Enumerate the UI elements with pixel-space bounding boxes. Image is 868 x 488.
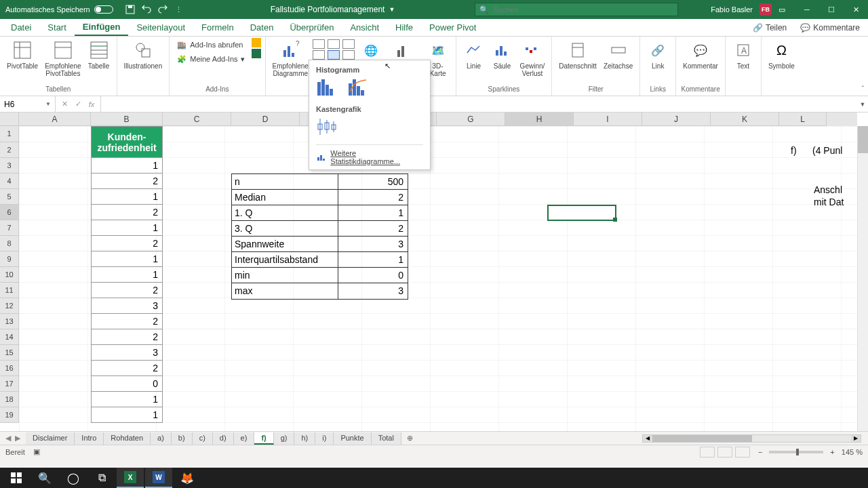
column-header-K[interactable]: K [711, 113, 779, 126]
cell-b8[interactable]: 2 [91, 236, 163, 251]
row-header-15[interactable]: 15 [0, 345, 19, 361]
undo-icon[interactable] [142, 5, 151, 14]
column-header-L[interactable]: L [779, 113, 827, 126]
cell-b11[interactable]: 2 [91, 283, 163, 298]
search-taskbar-icon[interactable]: 🔍 [31, 468, 58, 488]
row-header-14[interactable]: 14 [0, 329, 19, 345]
symbols-button[interactable]: ΩSymbole [766, 38, 797, 71]
row-header-17[interactable]: 17 [0, 376, 19, 392]
touch-icon[interactable]: ⋮ [174, 5, 184, 14]
cell-b7[interactable]: 1 [91, 220, 163, 236]
sheet-tab-Rohdaten[interactable]: Rohdaten [104, 432, 151, 445]
my-addins-button[interactable]: 🧩Meine Add-Ins ▾ [174, 52, 247, 66]
text-button[interactable]: AText [730, 38, 757, 71]
share-button[interactable]: 🔗 Teilen [747, 21, 792, 35]
redo-icon[interactable] [158, 5, 167, 14]
sheet-nav[interactable]: ◀▶ [0, 434, 26, 443]
column-header-C[interactable]: C [163, 113, 231, 126]
cell-b10[interactable]: 1 [91, 267, 163, 283]
column-header-D[interactable]: D [231, 113, 300, 126]
bing-icon[interactable] [252, 38, 261, 47]
cell-b6[interactable]: 2 [91, 205, 163, 220]
cell-b17[interactable]: 0 [91, 376, 163, 392]
row-header-9[interactable]: 9 [0, 251, 19, 267]
row-header-19[interactable]: 19 [0, 407, 19, 423]
cell-b5[interactable]: 1 [91, 189, 163, 205]
stats-row[interactable]: 3. Q2 [232, 221, 408, 237]
sheet-tab-h[interactable]: h) [294, 432, 315, 445]
expand-formula-icon[interactable]: ▼ [857, 101, 868, 108]
row-header-10[interactable]: 10 [0, 267, 19, 283]
cell-b14[interactable]: 2 [91, 329, 163, 345]
sparkline-winloss-button[interactable]: Gewinn/ Verlust [517, 38, 548, 79]
bar-chart-icon[interactable] [313, 50, 325, 60]
sheet-tab-g[interactable]: g) [274, 432, 295, 445]
hscroll-left-icon[interactable]: ◀ [643, 435, 652, 442]
tab-daten[interactable]: Daten [242, 20, 282, 35]
name-box-input[interactable] [4, 100, 45, 109]
cell-b18[interactable]: 1 [91, 392, 163, 407]
selected-cell[interactable] [547, 205, 616, 221]
tab-hilfe[interactable]: Hilfe [387, 20, 421, 35]
cell-b3[interactable]: 1 [91, 158, 163, 174]
hscroll-right-icon[interactable]: ▶ [851, 435, 861, 442]
table-button[interactable]: Tabelle [85, 38, 113, 71]
select-all-corner[interactable] [0, 113, 19, 126]
comments-button[interactable]: 💬 Kommentare [795, 21, 865, 35]
chevron-down-icon[interactable]: ▼ [389, 6, 395, 13]
tab-einfuegen[interactable]: Einfügen [75, 19, 129, 36]
tab-powerpivot[interactable]: Power Pivot [421, 20, 484, 35]
excel-taskbar-icon[interactable]: X [117, 468, 144, 488]
close-button[interactable]: ✕ [844, 0, 868, 19]
stats-row[interactable]: Spannweite3 [232, 237, 408, 252]
maximize-button[interactable]: ☐ [819, 0, 844, 19]
auto-save-toggle[interactable]: Automatisches Speichern [0, 5, 119, 14]
sparkline-line-button[interactable]: Linie [460, 38, 488, 71]
hscroll-thumb[interactable] [652, 435, 751, 442]
row-header-7[interactable]: 7 [0, 220, 19, 236]
cell-b15[interactable]: 3 [91, 345, 163, 361]
histogram-option[interactable] [316, 78, 338, 97]
spreadsheet-grid[interactable]: ABCDEFGHIJKL 123456789101112131415161718… [0, 113, 868, 431]
sheet-tab-Total[interactable]: Total [372, 432, 401, 445]
fx-icon[interactable]: fx [87, 100, 96, 108]
page-layout-view-icon[interactable] [717, 447, 732, 458]
search-input[interactable] [493, 5, 673, 14]
sheet-tab-e[interactable]: e) [234, 432, 255, 445]
cells-canvas[interactable]: Kunden- zufriedenheit 12121211232232011 … [19, 126, 857, 431]
link-button[interactable]: 🔗Link [644, 38, 671, 71]
save-icon[interactable] [125, 5, 135, 14]
row-header-11[interactable]: 11 [0, 283, 19, 298]
firefox-taskbar-icon[interactable]: 🦊 [174, 468, 201, 488]
column-header-I[interactable]: I [574, 113, 642, 126]
ribbon-display-icon[interactable]: ▭ [778, 5, 789, 14]
cell-b13[interactable]: 2 [91, 314, 163, 329]
get-addins-button[interactable]: 🏬Add-Ins abrufen [174, 38, 247, 52]
user-avatar[interactable]: FB [760, 3, 772, 16]
cell-b9[interactable]: 1 [91, 251, 163, 267]
sheet-next-icon[interactable]: ▶ [15, 434, 20, 443]
sheet-tab-i[interactable]: i) [315, 432, 334, 445]
stats-row[interactable]: max3 [232, 283, 408, 299]
comment-button[interactable]: 💬Kommentar [680, 38, 721, 71]
rec-charts-button[interactable]: ?Empfohlene Diagramme [270, 38, 311, 79]
task-view-icon[interactable]: ⧉ [88, 468, 115, 488]
cell-b12[interactable]: 3 [91, 298, 163, 314]
minimize-button[interactable]: ─ [795, 0, 819, 19]
column-header-B[interactable]: B [91, 113, 163, 126]
cell-b19[interactable]: 1 [91, 407, 163, 423]
line-chart-icon[interactable] [328, 39, 340, 49]
start-button[interactable] [3, 468, 30, 488]
sparkline-column-button[interactable]: Säule [489, 38, 516, 71]
timeline-button[interactable]: Zeitachse [601, 38, 635, 71]
stats-row[interactable]: Interquartilsabstand1 [232, 252, 408, 268]
stats-row[interactable]: n500 [232, 174, 408, 190]
illustrations-button[interactable]: Illustrationen [121, 38, 165, 71]
sheet-prev-icon[interactable]: ◀ [5, 434, 11, 443]
scroll-thumb[interactable] [858, 126, 868, 153]
scatter-chart-icon[interactable] [342, 50, 355, 60]
row-header-6[interactable]: 6 [0, 205, 19, 220]
row-header-5[interactable]: 5 [0, 189, 19, 205]
cell-b4[interactable]: 2 [91, 174, 163, 189]
tab-seitenlayout[interactable]: Seitenlayout [128, 20, 193, 35]
